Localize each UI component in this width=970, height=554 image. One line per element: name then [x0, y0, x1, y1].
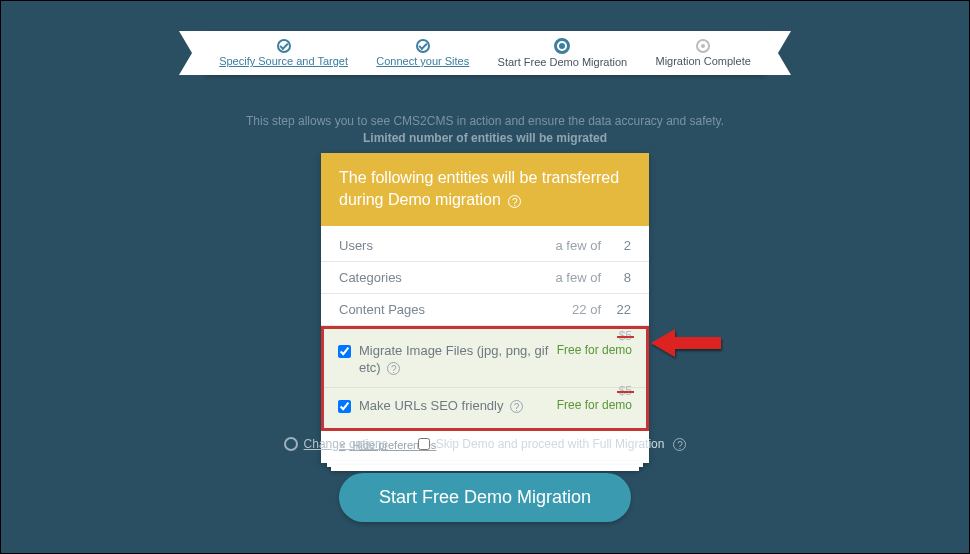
entity-row-users: Users a few of 2	[321, 230, 649, 262]
step-migration-complete: Migration Complete	[655, 39, 750, 67]
old-price: $5	[619, 329, 632, 343]
step-check-icon	[416, 39, 430, 53]
skip-demo-checkbox[interactable]	[418, 438, 430, 450]
card-header: The following entities will be transferr…	[321, 153, 649, 226]
entity-qualifier: 22 of	[531, 302, 601, 317]
option-price: Free for demo	[557, 343, 632, 357]
option-label: Make URLs SEO friendly ?	[359, 398, 549, 415]
option-price: Free for demo	[557, 398, 632, 412]
start-demo-migration-button[interactable]: Start Free Demo Migration	[339, 473, 631, 522]
entity-label: Users	[339, 238, 531, 253]
help-icon[interactable]: ?	[673, 438, 686, 451]
help-icon[interactable]: ?	[510, 400, 523, 413]
entity-label: Categories	[339, 270, 531, 285]
annotation-arrow-icon	[651, 323, 731, 363]
step-label: Migration Complete	[655, 55, 750, 67]
card-title: The following entities will be transferr…	[339, 169, 619, 208]
option-label: Migrate Image Files (jpg, png, gif etc) …	[359, 343, 549, 377]
intro-text: This step allows you to see CMS2CMS in a…	[1, 113, 969, 147]
step-pending-icon	[696, 39, 710, 53]
card-body: Users a few of 2 Categories a few of 8 C…	[321, 226, 649, 464]
gear-icon	[284, 437, 298, 451]
skip-demo-option[interactable]: Skip Demo and proceed with Full Migratio…	[418, 437, 687, 451]
old-price: $5	[619, 384, 632, 398]
entity-qualifier: a few of	[531, 238, 601, 253]
progress-steps: Specify Source and Target Connect your S…	[205, 31, 765, 75]
intro-line2: Limited number of entities will be migra…	[363, 131, 607, 145]
option-seo-urls[interactable]: $5 Make URLs SEO friendly ? Free for dem…	[324, 387, 646, 425]
entity-row-categories: Categories a few of 8	[321, 262, 649, 294]
entity-qualifier: a few of	[531, 270, 601, 285]
options-highlight-box: $5 Migrate Image Files (jpg, png, gif et…	[321, 326, 649, 432]
step-label[interactable]: Specify Source and Target	[219, 55, 348, 67]
step-label: Start Free Demo Migration	[498, 56, 628, 68]
step-current-icon	[554, 38, 570, 54]
option-checkbox[interactable]	[338, 345, 351, 358]
step-label[interactable]: Connect your Sites	[376, 55, 469, 67]
intro-line1: This step allows you to see CMS2CMS in a…	[1, 113, 969, 130]
change-options-link[interactable]: Change options	[284, 437, 388, 451]
skip-demo-label: Skip Demo and proceed with Full Migratio…	[436, 437, 665, 451]
step-demo-migration: Start Free Demo Migration	[498, 38, 628, 68]
entity-count: 8	[601, 270, 631, 285]
bottom-controls: Change options Skip Demo and proceed wit…	[1, 437, 969, 451]
entity-count: 22	[601, 302, 631, 317]
svg-marker-0	[651, 329, 721, 357]
option-migrate-images[interactable]: $5 Migrate Image Files (jpg, png, gif et…	[324, 333, 646, 387]
help-icon[interactable]: ?	[508, 195, 521, 208]
help-icon[interactable]: ?	[387, 362, 400, 375]
entity-count: 2	[601, 238, 631, 253]
entities-card: The following entities will be transferr…	[321, 153, 649, 463]
step-check-icon	[277, 39, 291, 53]
step-specify-source[interactable]: Specify Source and Target	[219, 39, 348, 67]
entity-row-content-pages: Content Pages 22 of 22	[321, 294, 649, 326]
option-checkbox[interactable]	[338, 400, 351, 413]
entity-label: Content Pages	[339, 302, 531, 317]
progress-ribbon: Specify Source and Target Connect your S…	[1, 31, 969, 75]
step-connect-sites[interactable]: Connect your Sites	[376, 39, 469, 67]
